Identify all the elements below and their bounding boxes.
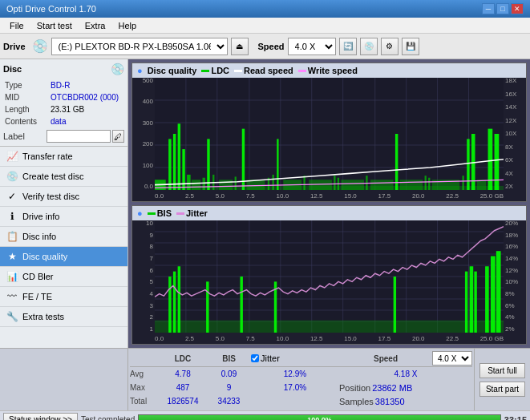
svg-rect-40 <box>370 180 394 190</box>
bottom-sidebar-spacer <box>0 349 128 410</box>
progress-label: 100.0% <box>139 415 500 421</box>
speed-col-select[interactable]: 4.0 X <box>432 351 472 365</box>
drive-info-icon: ℹ <box>6 211 18 222</box>
drive-icon: 💿 <box>32 38 48 54</box>
status-bar: Status window >> Test completed 100.0% 3… <box>0 410 530 420</box>
settings-button[interactable]: ⚙ <box>381 38 399 55</box>
sidebar-item-label-disc-info: Disc info <box>22 232 56 241</box>
svg-rect-34 <box>303 176 305 190</box>
total-ldc: 1826574 <box>159 397 207 406</box>
ldc-legend: LDC <box>201 66 229 75</box>
mid-label: MID <box>5 92 49 103</box>
svg-rect-23 <box>203 178 205 190</box>
bottom-chart-svg-container <box>155 220 504 333</box>
y-axis-right-bottom: 20% 18% 16% 14% 12% 10% 8% 6% 4% 2% <box>504 220 526 333</box>
bottom-chart-icon: ● <box>137 208 143 218</box>
svg-rect-41 <box>395 134 398 190</box>
svg-rect-38 <box>341 180 364 190</box>
sidebar: Disc 💿 Type BD-R MID OTCBDR002 (000) Len… <box>0 59 128 348</box>
svg-rect-19 <box>178 123 180 190</box>
extra-tests-icon: 🔧 <box>6 311 18 322</box>
jitter-checkbox[interactable] <box>251 354 259 362</box>
svg-rect-82 <box>474 272 476 333</box>
speed-label: Speed <box>258 42 285 51</box>
status-time: 33:15 <box>504 415 527 421</box>
menu-bar: File Start test Extra Help <box>0 18 530 34</box>
refresh-button[interactable]: 🔄 <box>339 38 357 55</box>
top-chart-header: ● Disc quality LDC Read speed Write spee… <box>132 63 526 78</box>
svg-rect-26 <box>219 180 233 190</box>
speed-col-header: Speed <box>339 354 432 363</box>
contents-value: data <box>51 116 123 127</box>
speed-select[interactable]: 4.0 X <box>288 38 336 55</box>
sidebar-item-drive-info[interactable]: ℹ Drive info <box>0 207 127 227</box>
total-bis: 34233 <box>207 397 251 406</box>
create-test-disc-icon: 💿 <box>6 171 18 182</box>
sidebar-item-extra-tests[interactable]: 🔧 Extra tests <box>0 307 127 327</box>
svg-rect-79 <box>394 277 396 333</box>
window-controls: ─ □ ✕ <box>482 3 524 14</box>
jitter-legend-label: Jitter <box>186 208 208 218</box>
main-layout: Disc 💿 Type BD-R MID OTCBDR002 (000) Len… <box>0 59 530 348</box>
drive-select[interactable]: (E:) PLEXTOR BD-R PX-LB950SA 1.06 <box>51 38 228 55</box>
label-input[interactable] <box>47 130 111 143</box>
samples-val: 381350 <box>375 397 405 406</box>
jitter-legend: Jitter <box>176 208 208 218</box>
bis-legend-color <box>148 212 156 215</box>
save-button[interactable]: 💾 <box>402 38 419 55</box>
y-axis-right-top: 18X 16X 14X 12X 10X 8X 6X 4X 2X <box>504 78 526 190</box>
svg-rect-83 <box>485 266 489 333</box>
drive-label: Drive <box>3 42 29 51</box>
start-full-button[interactable]: Start full <box>479 363 525 378</box>
disc-button[interactable]: 💿 <box>360 38 378 55</box>
label-edit-button[interactable]: 🖊 <box>112 130 124 143</box>
status-window-button[interactable]: Status window >> <box>3 413 78 421</box>
bottom-section: LDC BIS Jitter Speed 4.0 X Avg 4.78 0.09… <box>0 348 530 410</box>
eject-button[interactable]: ⏏ <box>231 38 249 55</box>
bis-legend: BIS <box>148 208 172 218</box>
max-label: Max <box>130 383 159 392</box>
top-chart-body: 500 400 300 200 100 0.0 18X 16X 14X 12X … <box>132 78 526 201</box>
svg-rect-43 <box>425 176 427 190</box>
maximize-button[interactable]: □ <box>496 3 509 14</box>
max-row: Max 487 9 17.0% Position 23862 MB <box>130 381 472 394</box>
x-axis-bottom: 0.0 2.5 5.0 7.5 10.0 12.5 15.0 17.5 20.0… <box>155 333 504 344</box>
mid-value: OTCBDR002 (000) <box>51 92 123 103</box>
svg-rect-36 <box>334 176 335 190</box>
length-value: 23.31 GB <box>51 104 123 115</box>
top-chart-panel: ● Disc quality LDC Read speed Write spee… <box>131 63 527 202</box>
right-buttons: Start full Start part <box>474 349 530 410</box>
sidebar-item-disc-quality[interactable]: ★ Disc quality <box>0 247 127 267</box>
sidebar-item-cd-bler[interactable]: 📊 CD Bler <box>0 267 127 287</box>
type-value: BD-R <box>51 80 123 91</box>
top-chart-title: Disc quality <box>148 66 197 75</box>
sidebar-item-create-test-disc[interactable]: 💿 Create test disc <box>0 167 127 187</box>
close-button[interactable]: ✕ <box>511 3 524 14</box>
menu-extra[interactable]: Extra <box>79 19 112 32</box>
sidebar-item-transfer-rate[interactable]: 📈 Transfer rate <box>0 147 127 167</box>
label-label: Label <box>3 131 45 141</box>
status-text: Test completed <box>81 415 135 420</box>
menu-start-test[interactable]: Start test <box>30 19 79 32</box>
start-part-button[interactable]: Start part <box>479 382 525 397</box>
menu-file[interactable]: File <box>3 19 30 32</box>
nav-section: 📈 Transfer rate 💿 Create test disc ✓ Ver… <box>0 147 127 348</box>
sidebar-item-disc-info[interactable]: 📋 Disc info <box>0 227 127 247</box>
read-speed-legend: Read speed <box>234 66 293 75</box>
contents-label: Contents <box>5 116 49 127</box>
bottom-chart-svg <box>155 220 504 333</box>
disc-quality-icon: ★ <box>6 251 18 262</box>
minimize-button[interactable]: ─ <box>482 3 495 14</box>
sidebar-item-fe-te[interactable]: 〰 FE / TE <box>0 287 127 307</box>
sidebar-item-label-disc-quality: Disc quality <box>22 252 67 261</box>
avg-row: Avg 4.78 0.09 12.9% 4.18 X <box>130 367 472 381</box>
ldc-legend-label: LDC <box>211 66 229 75</box>
svg-rect-73 <box>168 277 171 333</box>
sidebar-item-label-cd-bler: CD Bler <box>22 272 54 281</box>
max-bis: 9 <box>207 383 251 392</box>
sidebar-item-verify-test-disc[interactable]: ✓ Verify test disc <box>0 187 127 207</box>
position-val: 23862 MB <box>372 383 412 393</box>
y-axis-left-top: 500 400 300 200 100 0.0 <box>132 78 155 190</box>
svg-rect-49 <box>477 180 486 190</box>
menu-help[interactable]: Help <box>111 19 143 32</box>
